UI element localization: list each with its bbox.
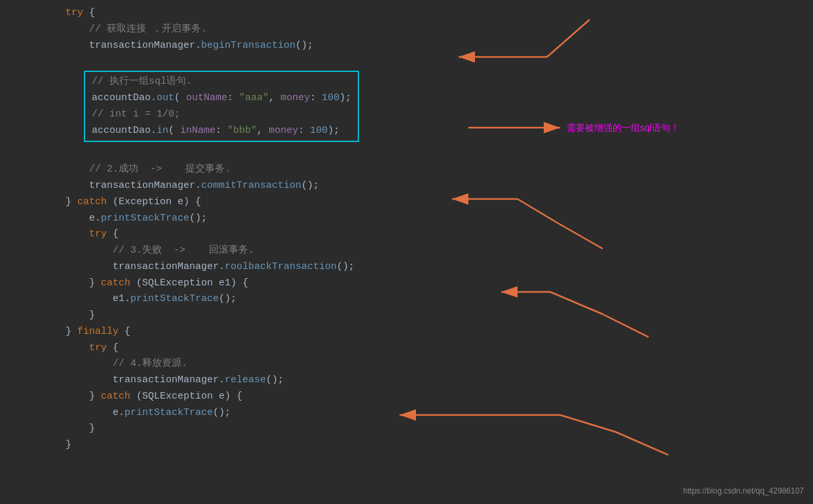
code-line-12: } catch (Exception e) { bbox=[66, 194, 813, 211]
code-line-21: try { bbox=[66, 340, 813, 357]
code-line-19: } bbox=[66, 308, 813, 324]
code-line-20: } finally { bbox=[66, 324, 813, 340]
code-line-11: transactionManager.commitTransaction(); bbox=[66, 178, 813, 194]
code-line-10: // 2.成功 -> 提交事务. bbox=[66, 162, 813, 178]
code-line-6: accountDao.out( outName: "aaa", money: 1… bbox=[92, 90, 351, 107]
code-editor: try { // 获取连接 ，开启事务. transactionManager.… bbox=[0, 0, 813, 504]
code-line-9 bbox=[66, 145, 813, 162]
code-line-24: } catch (SQLException e) { bbox=[66, 389, 813, 405]
code-line-17: } catch (SQLException e1) { bbox=[66, 276, 813, 292]
code-line-3: transactionManager.beginTransaction(); bbox=[66, 38, 813, 54]
code-area: try { // 获取连接 ，开启事务. transactionManager.… bbox=[0, 0, 813, 459]
code-line-26: } bbox=[66, 421, 813, 437]
kw-try: try bbox=[66, 5, 83, 22]
code-line-18: e1.printStackTrace(); bbox=[66, 291, 813, 308]
code-line-13: e.printStackTrace(); bbox=[66, 211, 813, 227]
code-line-14: try { bbox=[66, 226, 813, 243]
code-line-4 bbox=[66, 54, 813, 71]
code-line-5: // 执行一组sql语句. bbox=[92, 74, 351, 90]
code-line-25: e.printStackTrace(); bbox=[66, 405, 813, 422]
code-line-16: transactionManager.roolbackTransaction()… bbox=[66, 259, 813, 276]
code-line-23: transactionManager.release(); bbox=[66, 372, 813, 389]
code-line-2: // 获取连接 ，开启事务. bbox=[66, 22, 813, 38]
code-line-22: // 4.释放资源. bbox=[66, 356, 813, 372]
code-line-15: // 3.失败 -> 回滚事务. bbox=[66, 243, 813, 259]
code-line-1: try { bbox=[66, 5, 813, 22]
url-watermark: https://blog.csdn.net/qq_42986107 bbox=[683, 485, 804, 497]
code-line-7: // int i = 1/0; bbox=[92, 107, 351, 123]
highlight-block: // 执行一组sql语句. accountDao.out( outName: "… bbox=[84, 71, 359, 142]
code-line-27: } bbox=[66, 437, 813, 454]
code-line-8: accountDao.in( inName: "bbb", money: 100… bbox=[92, 123, 351, 139]
